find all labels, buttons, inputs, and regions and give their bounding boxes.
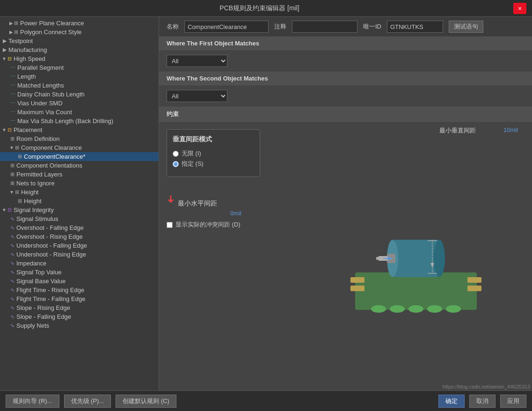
sidebar-item-label: Maximum Via Count [17,109,72,116]
cancel-button[interactable]: 取消 [469,395,496,408]
svg-point-7 [408,305,423,313]
sidebar-item[interactable]: ⋯Length [0,72,159,81]
second-match-select[interactable]: All [167,90,227,102]
first-match-select[interactable]: All [167,55,227,67]
sidebar-item[interactable]: ∿Signal Base Value [0,277,159,286]
svg-rect-3 [467,277,481,283]
svg-rect-2 [350,286,364,291]
svg-point-12 [434,240,445,277]
tree-item-icon: ⊞ [18,198,22,204]
svg-point-9 [446,305,461,313]
sidebar-item[interactable]: ▼⊟Placement [0,125,159,134]
tree-item-icon: ∿ [10,323,15,329]
sidebar-item[interactable]: ⊞Room Definition [0,134,159,143]
sidebar-item-label: Placement [14,126,42,133]
tree-item-icon: ⋯ [10,100,15,106]
comment-input[interactable] [292,21,357,33]
tree-item-icon: ⊞ [15,145,19,151]
sidebar-item[interactable]: ⋯Maximum Via Count [0,108,159,117]
svg-rect-15 [376,257,380,260]
sidebar-item[interactable]: ∿Signal Top Value [0,268,159,277]
tree-arrow-icon: ▼ [9,190,14,195]
first-match-header: Where The First Object Matches [159,37,532,50]
create-rule-button[interactable]: 创建默认规则 (C) [116,395,176,408]
sidebar-item[interactable]: ⊞Height [0,197,159,206]
sidebar-item-label: Component Orientations [16,162,82,169]
sidebar-item[interactable]: ∿Slope - Rising Edge [0,303,159,312]
sidebar-item[interactable]: ∿Undershoot - Rising Edge [0,250,159,259]
specified-option[interactable]: 指定 (S) [173,160,254,168]
constraint-controls: 垂直间距模式 无限 (I) 指定 (S) [159,122,299,390]
tree-item-icon: ⊞ [10,136,15,142]
sidebar-item[interactable]: ▶Manufacturing [0,45,159,54]
component-diagram: 最小垂直间距 10mil [299,122,532,390]
sidebar-item-label: Permitted Layers [16,171,62,178]
second-match-header: Where The Second Object Matches [159,72,532,85]
sidebar-item[interactable]: ⋯Daisy Chain Stub Length [0,90,159,99]
sidebar-item[interactable]: ∿Flight Time - Rising Edge [0,286,159,294]
svg-rect-0 [355,272,477,310]
sidebar-item[interactable]: ▼⊞Component Clearance [0,143,159,152]
sidebar-item[interactable]: ⊞Nets to Ignore [0,179,159,188]
sidebar-item[interactable]: ▶Testpoint [0,37,159,45]
sidebar-item[interactable]: ∿Overshoot - Rising Edge [0,232,159,241]
tree-item-icon: ∿ [10,234,15,240]
tree-item-icon: ⊞ [18,154,22,160]
id-label: 唯一ID [363,22,381,31]
sidebar-item[interactable]: ⊞ComponentClearance* [0,152,159,161]
show-actual-label: 显示实际的冲突间距 (D) [175,220,240,229]
sidebar-item-label: Height [21,189,39,196]
sidebar-item[interactable]: ⋯Parallel Segment [0,63,159,72]
close-button[interactable]: × [513,3,526,14]
min-horiz-value: 0mil [180,210,292,217]
sidebar-item[interactable]: ∿Slope - Falling Edge [0,312,159,321]
sidebar-item[interactable]: ∿Signal Stimulus [0,214,159,223]
confirm-button[interactable]: 确定 [438,395,465,408]
sidebar-item[interactable]: ⋯Max Via Stub Length (Back Drilling) [0,117,159,125]
sidebar-item-label: Slope - Falling Edge [16,313,71,320]
sidebar-item[interactable]: ⊞Component Orientations [0,161,159,170]
sidebar-item[interactable]: ▶⊞Polygon Connect Style [0,28,159,37]
sidebar-item[interactable]: ∿Supply Nets [0,321,159,330]
tree-item-icon: ⋯ [10,73,15,80]
id-input[interactable] [387,21,443,33]
sidebar-item[interactable]: ▼⊟Signal Integrity [0,206,159,214]
test-button[interactable]: 测试语句 [449,21,483,33]
sidebar-item[interactable]: ∿Undershoot - Falling Edge [0,241,159,250]
sidebar-item-label: Signal Top Value [16,269,61,276]
constraint-header: 约束 [159,107,532,122]
sidebar-item-label: Overshoot - Falling Edge [16,224,84,231]
tree-item-icon: ∿ [10,260,15,266]
unlimited-option[interactable]: 无限 (I) [173,149,254,158]
sidebar-item-label: Signal Base Value [16,278,66,285]
sidebar-item[interactable]: ∿Overshoot - Falling Edge [0,223,159,232]
tree-item-icon: ⋯ [10,65,15,71]
priority-button[interactable]: 优先级 (P)... [64,395,111,408]
sidebar-item-label: Manufacturing [8,46,47,53]
sidebar-item[interactable]: ⊞Permitted Layers [0,170,159,179]
main-layout: ▶⊞Power Plane Clearance▶⊞Polygon Connect… [0,17,532,390]
sidebar-item[interactable]: ∿Impedance [0,259,159,268]
sidebar-item[interactable]: ▼⊞Height [0,188,159,197]
sidebar-item-label: Matched Lengths [17,82,64,89]
sidebar-item[interactable]: ▶⊞Power Plane Clearance [0,19,159,28]
constraint-area: 垂直间距模式 无限 (I) 指定 (S) [159,122,532,390]
tree-arrow-icon: ▶ [9,21,13,26]
tree-item-icon: ⋯ [10,91,15,97]
min-horiz-area: ➜ 最小水平间距 0mil [167,190,292,217]
sidebar-item[interactable]: ▼⊟High Speed [0,54,159,63]
name-input[interactable] [184,21,269,33]
form-header: 名称 注释 唯一ID 测试语句 [159,17,532,37]
sidebar-item-label: Flight Time - Rising Edge [16,286,84,294]
tree-item-icon: ⊞ [10,180,15,186]
rule-wizard-button[interactable]: 规则向导 (R)... [6,395,59,408]
tree-item-icon: ▶ [3,47,7,53]
sidebar-item[interactable]: ⋯Vias Under SMD [0,99,159,108]
apply-button[interactable]: 应用 [500,395,526,408]
show-actual-checkbox[interactable]: 显示实际的冲突间距 (D) [167,220,292,229]
tree-item-icon: ⊟ [7,56,12,62]
tree-item-icon: ⊞ [10,162,15,169]
tree-item-icon: ∿ [10,225,15,231]
sidebar-item[interactable]: ⋯Matched Lengths [0,81,159,90]
sidebar-item[interactable]: ∿Flight Time - Falling Edge [0,294,159,303]
